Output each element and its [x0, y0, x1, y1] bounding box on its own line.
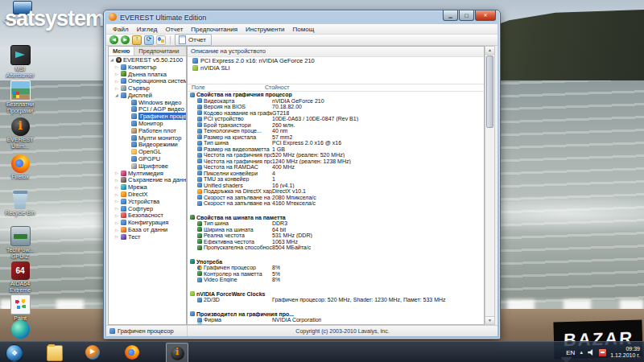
taskbar-firefox-icon[interactable] — [125, 345, 139, 360]
maximize-button[interactable]: ▢ — [459, 10, 474, 21]
section-header[interactable]: Употреба — [188, 259, 484, 265]
tree-item[interactable]: ◢EVEREST v5.50.2100 — [109, 56, 186, 64]
desktop-icon-gpu-z[interactable]: TechPow... GPU-Z — [2, 226, 39, 260]
tree-expand-arrow[interactable]: ▷ — [114, 213, 119, 218]
device-item[interactable]: nVIDIA SLI — [188, 64, 484, 72]
field-row[interactable]: Ширина на шината64 bit — [188, 227, 484, 233]
section-header[interactable]: nVIDIA ForceWare Clocks — [188, 291, 484, 298]
menu-item-0[interactable]: Файл — [109, 26, 133, 33]
field-row[interactable]: Пикселни конвейери4 — [188, 171, 484, 177]
tab-1[interactable]: Предпочитани — [134, 47, 183, 56]
tree-item[interactable]: ▷Софтуер — [109, 205, 186, 212]
tree-item[interactable]: ▷DirectX — [109, 191, 186, 198]
users-icon[interactable] — [156, 35, 166, 45]
tree-item[interactable]: Windows видео — [109, 99, 186, 106]
speaker-icon[interactable] — [588, 349, 595, 356]
tree-expand-arrow[interactable]: ▷ — [114, 228, 119, 232]
list-column-header[interactable]: Поле Стойност — [188, 84, 484, 92]
tree-item[interactable]: ▷Конфигурация — [109, 219, 186, 226]
tree-item[interactable]: Шрифтове — [109, 162, 186, 170]
desktop-icon-edge[interactable] — [2, 320, 39, 339]
window-titlebar[interactable]: EVEREST Ultimate Edition ▁ ▢ ✕ — [104, 10, 500, 24]
scroll-down-arrow[interactable]: ▼ — [485, 316, 494, 324]
field-row[interactable]: Размер на кристала57 mm2 — [188, 134, 484, 141]
taskbar-explorer-icon[interactable] — [47, 345, 63, 361]
tree-expand-arrow[interactable]: ▷ — [114, 86, 119, 91]
tree-item[interactable]: ▷Безопасност — [109, 212, 186, 220]
refresh-button[interactable] — [144, 35, 154, 45]
tree-expand-arrow[interactable]: ▷ — [114, 206, 119, 211]
minimize-button[interactable]: ▁ — [443, 10, 458, 21]
menu-item-5[interactable]: Помощ — [289, 26, 319, 33]
tree-expand-arrow[interactable]: ▷ — [114, 171, 119, 175]
up-button[interactable] — [132, 35, 142, 45]
desktop-icon-everest[interactable]: EVEREST Ultim... — [2, 117, 39, 150]
field-row[interactable]: Честота на графичния проц...520 MHz (реа… — [188, 152, 484, 158]
tree-expand-arrow[interactable]: ◢ — [109, 57, 114, 62]
tab-0[interactable]: Меню — [109, 47, 134, 56]
tree-item[interactable]: ▷Дънна платка — [109, 71, 186, 78]
field-row[interactable]: TMU за конвейер1 — [188, 176, 484, 183]
menu-item-4[interactable]: Инструменти — [242, 26, 289, 33]
field-row[interactable]: Тип шинаPCI Express 2.0 x16 @ x16 — [188, 140, 484, 146]
field-row[interactable]: ВидеокартаnVIDIA GeForce 210 — [188, 98, 484, 105]
field-row[interactable]: Версия на BIOS70.18.82.00 — [188, 104, 484, 110]
tree-expand-arrow[interactable]: ▷ — [114, 234, 119, 239]
field-row[interactable]: Скорост на запълване на текс...4160 Мтек… — [188, 200, 484, 207]
language-indicator[interactable]: EN — [566, 349, 575, 356]
action-center-icon[interactable] — [599, 349, 606, 356]
tree-item[interactable]: Мулти монитор — [109, 134, 186, 142]
menu-item-3[interactable]: Предпочитания — [187, 26, 242, 33]
desktop-icon-aida64[interactable]: AIDA64 Extreme — [2, 261, 39, 294]
tree-item[interactable]: ▷Мултимедия — [109, 170, 186, 177]
forward-button[interactable]: ▶ — [121, 35, 130, 44]
menu-item-1[interactable]: Изглед — [133, 26, 162, 33]
field-row[interactable]: Скорост на запълване на пикс...2080 Мпик… — [188, 195, 484, 201]
vertical-scrollbar[interactable]: ▲ ▼ — [485, 46, 495, 325]
tree-item[interactable]: Графичен процесор — [109, 113, 186, 120]
field-row[interactable]: 2D/3DГрафичен процесор: 520 MHz, Shader:… — [188, 297, 484, 303]
device-item[interactable]: PCI Express 2.0 x16: nVIDIA GeForce 210 — [188, 57, 484, 64]
close-button[interactable]: ✕ — [475, 10, 496, 21]
report-button[interactable]: Отчет — [175, 34, 212, 46]
tree-expand-arrow[interactable]: ▷ — [114, 185, 119, 190]
field-row[interactable]: Тип шинаDDR3 — [188, 220, 484, 227]
field-row[interactable]: Поддръжка на DirectX хардуерDirectX v10.… — [188, 188, 484, 195]
tree-item[interactable]: GPGPU — [109, 155, 186, 162]
taskbar-everest-active[interactable] — [166, 343, 188, 362]
field-row[interactable]: Контролер на паметта5% — [188, 271, 484, 278]
tree-expand-arrow[interactable]: ▷ — [114, 64, 119, 69]
tree-expand-arrow[interactable]: ▷ — [114, 72, 119, 76]
tree-expand-arrow[interactable]: ▷ — [114, 79, 119, 84]
desktop-icon-paint[interactable]: Paint — [2, 294, 39, 322]
desktop-icon-firefox[interactable]: Firefox — [2, 154, 39, 180]
field-row[interactable]: Video Engine8% — [188, 277, 484, 283]
field-row[interactable]: Честота на графичния проц...1240 MHz (ре… — [188, 158, 484, 165]
tree-item[interactable]: Работен плот — [109, 127, 186, 134]
tree-item[interactable]: ▷Устройства — [109, 198, 186, 205]
desktop-icon-recycle-bin[interactable]: Recycle Bin — [2, 191, 39, 216]
field-row[interactable]: Информация за продуктаhttp://www.nvidia.… — [188, 323, 484, 325]
scroll-up-arrow[interactable]: ▲ — [485, 47, 494, 55]
section-header[interactable]: Свойства на шината на паметта — [188, 215, 484, 221]
start-button[interactable]: ❖ — [6, 344, 23, 362]
desktop-icon-msi-afterburner[interactable]: MSI Afterburner — [2, 45, 39, 79]
field-row[interactable]: Пропускателна способност8504 МБайта/с — [188, 245, 484, 251]
field-row[interactable]: Размер на видеопаметта1 GB — [188, 146, 484, 153]
section-header[interactable]: Свойства на графичния процесор — [188, 92, 484, 98]
tree-expand-arrow[interactable]: ◢ — [114, 93, 119, 97]
hidden-icons-arrow[interactable]: ▲ — [579, 350, 584, 355]
tree-item[interactable]: Видеорежими — [109, 142, 186, 149]
tree-item[interactable]: ▷Компютър — [109, 64, 186, 71]
clock[interactable]: 09:39 1.12.2010 г. — [610, 346, 642, 359]
field-row[interactable]: Кодово название на графичн...GT218 — [188, 110, 484, 117]
desktop-icon-free-programs[interactable]: Безплатни Програми — [2, 80, 39, 114]
tree-item[interactable]: ▷Съхранение на данни — [109, 177, 186, 184]
field-row[interactable]: Честота на RAMDAC400 MHz — [188, 164, 484, 171]
section-header[interactable]: Производител на графичния про... — [188, 311, 484, 318]
tree-item[interactable]: ▷Сървър — [109, 84, 186, 92]
field-row[interactable]: Графичен процесор8% — [188, 265, 484, 271]
field-row[interactable]: Технологичен проце...40 nm — [188, 128, 484, 134]
tree-expand-arrow[interactable]: ▷ — [114, 192, 119, 197]
field-row[interactable]: Unified shaders16 (v4.1) — [188, 183, 484, 189]
